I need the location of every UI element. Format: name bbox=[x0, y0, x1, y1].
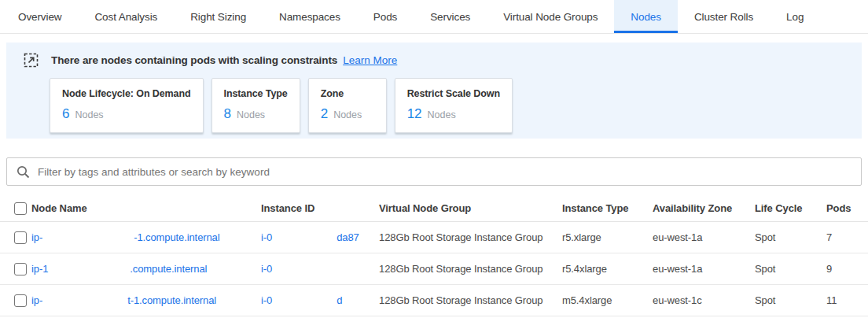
nodes-page: Overview Cost Analysis Right Sizing Name… bbox=[0, 0, 868, 318]
card-unit: Nodes bbox=[333, 109, 362, 120]
pods-cell: 11 bbox=[826, 294, 868, 306]
card-unit: Nodes bbox=[75, 109, 103, 120]
redacted-text bbox=[272, 303, 337, 304]
card-unit: Nodes bbox=[237, 109, 265, 120]
tab-services[interactable]: Services bbox=[414, 0, 487, 33]
filter-search-bar bbox=[6, 157, 862, 186]
tab-cost-analysis[interactable]: Cost Analysis bbox=[78, 0, 174, 33]
card-value: 2 bbox=[321, 106, 328, 122]
tab-cluster-rolls[interactable]: Cluster Rolls bbox=[678, 0, 770, 33]
col-virtual-node-group[interactable]: Virtual Node Group bbox=[379, 202, 562, 214]
nodes-table: Node Name Instance ID Virtual Node Group… bbox=[0, 195, 868, 316]
card-restrict-scale-down[interactable]: Restrict Scale Down 12 Nodes bbox=[395, 78, 513, 133]
scaling-constraints-icon bbox=[24, 53, 39, 68]
card-instance-type[interactable]: Instance Type 8 Nodes bbox=[211, 78, 300, 133]
virtual-node-group-cell: 128Gb Root Storage Instance Group bbox=[379, 294, 562, 306]
col-instance-id[interactable]: Instance ID bbox=[261, 202, 379, 214]
node-name-link[interactable]: ip--1.compute.internal bbox=[31, 231, 261, 243]
node-name-link[interactable]: ip-t-1.compute.internal bbox=[31, 294, 261, 306]
card-title: Zone bbox=[321, 88, 374, 99]
col-pods[interactable]: Pods bbox=[826, 202, 868, 214]
card-title: Restrict Scale Down bbox=[407, 88, 500, 99]
life-cycle-cell: Spot bbox=[755, 294, 826, 306]
row-checkbox[interactable] bbox=[14, 294, 27, 307]
scaling-constraints-banner: There are nodes containing pods with sca… bbox=[6, 43, 862, 139]
redacted-text bbox=[48, 272, 130, 272]
virtual-node-group-cell: 128Gb Root Storage Instance Group bbox=[379, 231, 562, 243]
search-icon bbox=[17, 165, 30, 179]
redacted-text bbox=[42, 303, 127, 304]
availability-zone-cell: eu-west-1c bbox=[653, 294, 755, 306]
redacted-text bbox=[272, 240, 337, 241]
pods-cell: 7 bbox=[826, 231, 868, 243]
row-checkbox[interactable] bbox=[14, 231, 27, 244]
card-title: Node Lifecycle: On Demand bbox=[62, 88, 191, 99]
constraint-cards: Node Lifecycle: On Demand 6 Nodes Instan… bbox=[50, 78, 851, 133]
virtual-node-group-cell: 128Gb Root Storage Instance Group bbox=[379, 263, 562, 275]
tab-nodes[interactable]: Nodes bbox=[614, 0, 678, 33]
card-unit: Nodes bbox=[428, 109, 456, 120]
banner-message: There are nodes containing pods with sca… bbox=[51, 54, 337, 66]
instance-type-cell: r5.xlarge bbox=[562, 231, 653, 243]
search-input[interactable] bbox=[38, 166, 851, 178]
col-instance-type[interactable]: Instance Type bbox=[562, 202, 653, 214]
availability-zone-cell: eu-west-1a bbox=[653, 263, 755, 275]
row-checkbox[interactable] bbox=[14, 263, 27, 275]
tab-virtual-node-groups[interactable]: Virtual Node Groups bbox=[487, 0, 614, 33]
card-title: Instance Type bbox=[224, 88, 288, 99]
tab-overview[interactable]: Overview bbox=[2, 0, 78, 33]
tab-namespaces[interactable]: Namespaces bbox=[263, 0, 357, 33]
card-value: 6 bbox=[62, 106, 69, 122]
tab-pods[interactable]: Pods bbox=[357, 0, 414, 33]
instance-type-cell: r5.4xlarge bbox=[562, 263, 653, 275]
instance-type-cell: m5.4xlarge bbox=[562, 294, 653, 306]
card-node-lifecycle[interactable]: Node Lifecycle: On Demand 6 Nodes bbox=[50, 78, 204, 133]
availability-zone-cell: eu-west-1a bbox=[653, 231, 755, 243]
life-cycle-cell: Spot bbox=[755, 263, 826, 275]
table-row: ip--1.compute.internal i-0da87 128Gb Roo… bbox=[0, 222, 868, 253]
instance-id-link[interactable]: i-0da87 bbox=[261, 231, 379, 243]
instance-id-link[interactable]: i-0 bbox=[261, 263, 379, 275]
col-life-cycle[interactable]: Life Cycle bbox=[755, 202, 826, 214]
table-row: ip-t-1.compute.internal i-0d 128Gb Root … bbox=[0, 285, 868, 316]
col-availability-zone[interactable]: Availability Zone bbox=[653, 202, 755, 214]
table-header-row: Node Name Instance ID Virtual Node Group… bbox=[0, 195, 868, 222]
table-row: ip-1.compute.internal i-0 128Gb Root Sto… bbox=[0, 253, 868, 285]
select-all-checkbox[interactable] bbox=[14, 202, 27, 215]
card-value: 12 bbox=[407, 106, 422, 122]
banner-message-row: There are nodes containing pods with sca… bbox=[17, 53, 851, 68]
col-node-name[interactable]: Node Name bbox=[31, 202, 261, 214]
tab-bar: Overview Cost Analysis Right Sizing Name… bbox=[0, 0, 868, 34]
instance-id-link[interactable]: i-0d bbox=[261, 294, 379, 306]
pods-cell: 9 bbox=[826, 263, 868, 275]
node-name-link[interactable]: ip-1.compute.internal bbox=[31, 263, 261, 275]
life-cycle-cell: Spot bbox=[755, 231, 826, 243]
card-value: 8 bbox=[224, 106, 231, 122]
card-zone[interactable]: Zone 2 Nodes bbox=[308, 78, 387, 133]
redacted-text bbox=[42, 240, 134, 241]
learn-more-link[interactable]: Learn More bbox=[343, 54, 397, 66]
tab-log[interactable]: Log bbox=[770, 0, 820, 33]
tab-right-sizing[interactable]: Right Sizing bbox=[174, 0, 263, 33]
